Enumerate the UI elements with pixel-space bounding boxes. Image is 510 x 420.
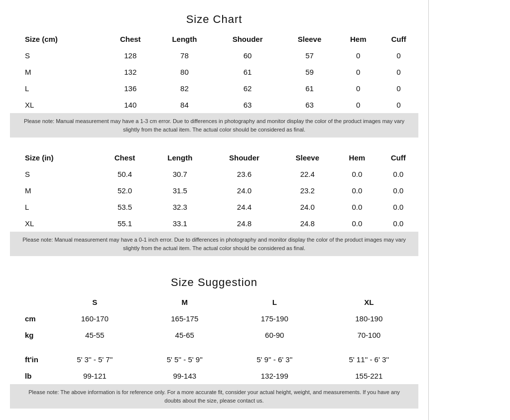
in-header-length: Length bbox=[150, 149, 210, 166]
cm-notice: Please note: Manual measurement may have… bbox=[10, 113, 418, 138]
in-header-shouder: Shouder bbox=[210, 149, 279, 166]
table-row: L 136 82 62 61 0 0 bbox=[10, 80, 418, 97]
in-length: 32.3 bbox=[150, 199, 210, 215]
in-size: XL bbox=[10, 215, 99, 232]
cm-table-section: Size (cm) Chest Length Shouder Sleeve He… bbox=[10, 31, 418, 138]
suggestion-m: 45-65 bbox=[140, 327, 230, 343]
table-row: M 132 80 61 59 0 0 bbox=[10, 64, 418, 80]
cm-header-size: Size (cm) bbox=[10, 31, 105, 47]
suggestion-l: 132-199 bbox=[230, 368, 320, 384]
in-header-size: Size (in) bbox=[10, 149, 99, 166]
in-cuff: 0.0 bbox=[379, 182, 419, 199]
in-cuff: 0.0 bbox=[379, 166, 419, 182]
table-row: S 128 78 60 57 0 0 bbox=[10, 47, 418, 64]
suggestion-m: 99-143 bbox=[140, 368, 230, 384]
suggestion-header-s: S bbox=[50, 294, 140, 310]
cm-cuff: 0 bbox=[379, 47, 418, 64]
right-sidebar bbox=[428, 0, 510, 420]
suggestion-label: ft'in bbox=[10, 351, 50, 368]
cm-length: 84 bbox=[155, 97, 213, 113]
in-shouder: 24.4 bbox=[210, 199, 279, 215]
in-chest: 50.4 bbox=[99, 166, 150, 182]
cm-cuff: 0 bbox=[379, 97, 418, 113]
cm-size: S bbox=[10, 47, 105, 64]
in-cuff: 0.0 bbox=[379, 199, 419, 215]
cm-length: 82 bbox=[155, 80, 213, 97]
cm-header-shouder: Shouder bbox=[214, 31, 282, 47]
cm-cuff: 0 bbox=[379, 80, 418, 97]
in-length: 30.7 bbox=[150, 166, 210, 182]
cm-header-chest: Chest bbox=[105, 31, 155, 47]
table-row: XL 140 84 63 63 0 0 bbox=[10, 97, 418, 113]
suggestion-table-section: S M L XL cm 160-170 165-175 175-190 180-… bbox=[10, 294, 418, 409]
cm-sleeve: 61 bbox=[282, 80, 338, 97]
suggestion-m: 165-175 bbox=[140, 310, 230, 327]
suggestion-notice: Please note: The above information is fo… bbox=[10, 384, 418, 409]
in-shouder: 24.8 bbox=[210, 215, 279, 232]
suggestion-title: Size Suggestion bbox=[10, 276, 418, 289]
in-hem: 0.0 bbox=[336, 215, 378, 232]
suggestion-header-label bbox=[10, 294, 50, 310]
cm-sleeve: 57 bbox=[282, 47, 338, 64]
in-chest: 55.1 bbox=[99, 215, 150, 232]
cm-length: 80 bbox=[155, 64, 213, 80]
suggestion-s: 45-55 bbox=[50, 327, 140, 343]
suggestion-xl: 70-100 bbox=[320, 327, 418, 343]
in-table-section: Size (in) Chest Length Shouder Sleeve He… bbox=[10, 149, 418, 256]
in-length: 33.1 bbox=[150, 215, 210, 232]
cm-sleeve: 63 bbox=[282, 97, 338, 113]
in-hem: 0.0 bbox=[336, 199, 378, 215]
cm-shouder: 62 bbox=[214, 80, 282, 97]
cm-shouder: 60 bbox=[214, 47, 282, 64]
cm-header-sleeve: Sleeve bbox=[282, 31, 338, 47]
suggestion-xl: 5' 11'' - 6' 3'' bbox=[320, 351, 418, 368]
cm-length: 78 bbox=[155, 47, 213, 64]
in-sleeve: 22.4 bbox=[279, 166, 336, 182]
cm-hem: 0 bbox=[337, 47, 379, 64]
in-notice: Please note: Manual measurement may have… bbox=[10, 232, 418, 256]
cm-chest: 140 bbox=[105, 97, 155, 113]
table-row: lb 99-121 99-143 132-199 155-221 bbox=[10, 368, 418, 384]
table-row: S 50.4 30.7 23.6 22.4 0.0 0.0 bbox=[10, 166, 418, 182]
cm-hem: 0 bbox=[337, 64, 379, 80]
in-header-chest: Chest bbox=[99, 149, 150, 166]
cm-cuff: 0 bbox=[379, 64, 418, 80]
suggestion-label: cm bbox=[10, 310, 50, 327]
cm-header-length: Length bbox=[155, 31, 213, 47]
suggestion-m: 5' 5'' - 5' 9'' bbox=[140, 351, 230, 368]
in-sleeve: 24.8 bbox=[279, 215, 336, 232]
cm-size: M bbox=[10, 64, 105, 80]
table-row: M 52.0 31.5 24.0 23.2 0.0 0.0 bbox=[10, 182, 418, 199]
suggestion-header-l: L bbox=[230, 294, 320, 310]
in-header-hem: Hem bbox=[336, 149, 378, 166]
in-size: S bbox=[10, 166, 99, 182]
cm-table: Size (cm) Chest Length Shouder Sleeve He… bbox=[10, 31, 418, 113]
in-cuff: 0.0 bbox=[379, 215, 419, 232]
suggestion-s: 160-170 bbox=[50, 310, 140, 327]
in-sleeve: 23.2 bbox=[279, 182, 336, 199]
cm-shouder: 63 bbox=[214, 97, 282, 113]
in-header-cuff: Cuff bbox=[379, 149, 419, 166]
suggestion-label: kg bbox=[10, 327, 50, 343]
suggestion-header-m: M bbox=[140, 294, 230, 310]
in-header-sleeve: Sleeve bbox=[279, 149, 336, 166]
in-size: M bbox=[10, 182, 99, 199]
suggestion-l: 60-90 bbox=[230, 327, 320, 343]
suggestion-l: 175-190 bbox=[230, 310, 320, 327]
table-row: ft'in 5' 3'' - 5' 7'' 5' 5'' - 5' 9'' 5'… bbox=[10, 351, 418, 368]
cm-shouder: 61 bbox=[214, 64, 282, 80]
in-chest: 52.0 bbox=[99, 182, 150, 199]
cm-size: L bbox=[10, 80, 105, 97]
size-chart-title: Size Chart bbox=[10, 13, 418, 26]
cm-header-cuff: Cuff bbox=[379, 31, 418, 47]
in-shouder: 23.6 bbox=[210, 166, 279, 182]
suggestion-l: 5' 9'' - 6' 3'' bbox=[230, 351, 320, 368]
table-row: XL 55.1 33.1 24.8 24.8 0.0 0.0 bbox=[10, 215, 418, 232]
suggestion-xl: 180-190 bbox=[320, 310, 418, 327]
in-table: Size (in) Chest Length Shouder Sleeve He… bbox=[10, 149, 418, 232]
table-row: cm 160-170 165-175 175-190 180-190 bbox=[10, 310, 418, 327]
in-hem: 0.0 bbox=[336, 182, 378, 199]
cm-chest: 128 bbox=[105, 47, 155, 64]
cm-hem: 0 bbox=[337, 80, 379, 97]
in-chest: 53.5 bbox=[99, 199, 150, 215]
